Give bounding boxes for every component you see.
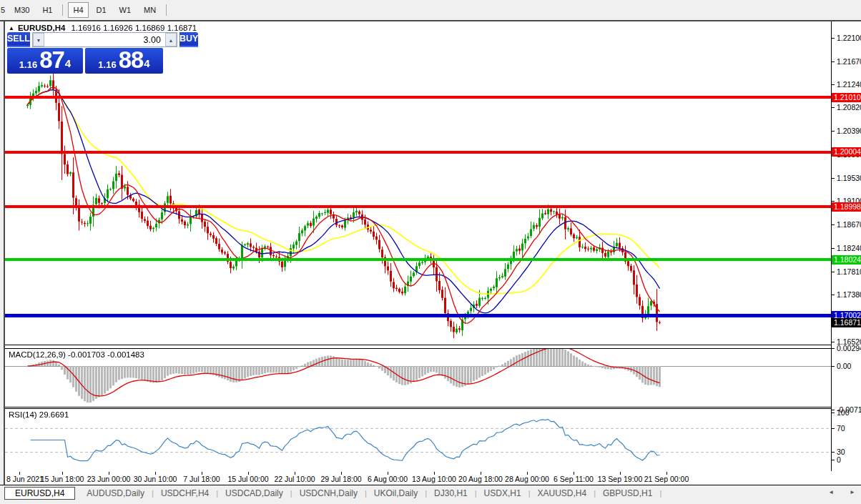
- axis-tick: [832, 272, 835, 272]
- tab-usdx[interactable]: USDX,H1: [477, 488, 528, 499]
- price-level-label: 1.20004: [832, 147, 861, 157]
- axis-tick: [832, 224, 835, 225]
- timeframe-button-w1[interactable]: W1: [114, 2, 137, 18]
- sell-button[interactable]: SELL: [7, 32, 30, 47]
- sell-big-figure: 1.16: [19, 59, 37, 70]
- axis-tick-label: 70: [837, 424, 845, 433]
- axis-tick: [832, 178, 835, 179]
- time-axis-label: 20 Aug 18:00: [458, 475, 503, 483]
- toolbar-separator: [62, 4, 63, 16]
- timeframe-button-5[interactable]: 5: [0, 2, 6, 18]
- axis-tick-label: 1.18240: [837, 244, 861, 252]
- axis-tick: [832, 366, 835, 367]
- timeframe-toolbar: 5M30H1H4D1W1MN: [0, 0, 861, 20]
- tab-usdcnh[interactable]: USDCNH,Daily: [292, 488, 365, 499]
- tab-xauusd[interactable]: XAUUSD,H4: [530, 488, 594, 499]
- tab-usdchf[interactable]: USDCHF,H4: [154, 488, 216, 499]
- timeframe-button-m30[interactable]: M30: [9, 2, 34, 18]
- axis-tick: [832, 61, 835, 62]
- axis-tick: [832, 412, 835, 413]
- axis-tick-label: 1.17810: [837, 267, 861, 276]
- axis-tick: [832, 460, 835, 460]
- axis-tick: [832, 131, 835, 132]
- buy-big-figure: 1.16: [98, 59, 116, 70]
- timeframe-button-mn[interactable]: MN: [139, 2, 161, 18]
- chart-symbol-period: EURUSD,H4: [18, 24, 65, 32]
- collapse-triangle-icon[interactable]: ▲: [9, 25, 14, 31]
- tab-usdcad[interactable]: USDCAD,Daily: [218, 488, 290, 499]
- tab-ukoil[interactable]: UKOil,Daily: [367, 488, 425, 499]
- tab-scroll-right-icon[interactable]: ►: [850, 488, 855, 498]
- one-click-trading-panel: SELL ▼ ▲ BUY 1.16874 1.16884: [7, 32, 163, 74]
- price-level-label: 1.21010: [832, 93, 861, 102]
- buy-button[interactable]: BUY: [179, 32, 198, 47]
- axis-tick-label: 1.19530: [837, 174, 861, 182]
- buy-pipette: 4: [144, 57, 149, 69]
- toolbar-separator: [166, 4, 167, 16]
- timeframe-button-d1[interactable]: D1: [92, 2, 112, 18]
- time-axis-label: 28 Aug 00:00: [505, 475, 549, 483]
- axis-tick: [832, 201, 835, 202]
- axis-tick-label: 1.22100: [837, 34, 861, 42]
- axis-tick-label: 0: [837, 455, 841, 464]
- axis-tick-label: 0.00: [837, 362, 851, 370]
- axis-tick-label: 100: [837, 408, 850, 417]
- time-axis-label: 30 Jun 10:00: [134, 475, 177, 483]
- time-axis-label: 21 Sep 00:00: [644, 475, 689, 483]
- sell-pips: 87: [39, 48, 64, 72]
- axis-tick: [832, 342, 835, 342]
- rsi-indicator-panel[interactable]: [5, 408, 831, 473]
- axis-tick-label: 1.17380: [837, 290, 861, 299]
- axis-tick-label: 1.21670: [837, 57, 861, 66]
- timeframe-button-h1[interactable]: H1: [37, 2, 57, 18]
- axis-tick-label: 0.002947: [837, 344, 861, 352]
- time-axis-label: 13 Sep 19:00: [598, 475, 642, 483]
- buy-pips: 88: [119, 48, 144, 72]
- macd-label: MACD(12,26,9) -0.001703 -0.001483: [9, 350, 144, 359]
- chart-title: ▲EURUSD,H41.16916 1.16926 1.16869 1.1687…: [9, 24, 197, 32]
- timeframe-button-h4[interactable]: H4: [68, 2, 88, 18]
- time-axis-label: 15 Jun 18:00: [41, 475, 84, 483]
- time-axis-label: 8 Jun 2021: [6, 475, 44, 483]
- spinner-up-icon: ▲: [168, 38, 173, 43]
- axis-tick: [832, 410, 835, 410]
- price-axis[interactable]: 1.221001.216701.212401.208201.203901.199…: [832, 0, 861, 504]
- rsi-label: RSI(14) 29.6691: [9, 410, 69, 419]
- sell-price-display[interactable]: 1.16874: [7, 48, 83, 74]
- time-axis-label: 23 Jun 00:00: [87, 475, 131, 483]
- chart-tabs-bar: EURUSD,H4AUDUSD,Daily|USDCHF,H4|USDCAD,D…: [0, 485, 861, 501]
- axis-tick: [832, 84, 835, 85]
- lot-size-input[interactable]: [44, 33, 165, 46]
- time-axis-label: 6 Aug 00:00: [368, 475, 408, 483]
- chart-ohlc-values: 1.16916 1.16926 1.16869 1.16871: [71, 24, 197, 32]
- axis-tick: [832, 348, 835, 349]
- tab-gbpusd[interactable]: GBPUSD,H1: [596, 488, 659, 499]
- axis-tick-label: 1.21240: [837, 80, 861, 89]
- axis-tick: [832, 452, 835, 453]
- tab-eurusd[interactable]: EURUSD,H4: [4, 487, 75, 500]
- time-axis[interactable]: 8 Jun 202115 Jun 18:0023 Jun 00:0030 Jun…: [5, 472, 831, 484]
- spinner-down-icon: ▼: [36, 38, 41, 43]
- lot-size-spinner: ▼ ▲: [32, 32, 177, 47]
- sell-pipette: 4: [65, 57, 71, 69]
- current-price-label: 1.16871: [832, 318, 861, 327]
- axis-tick: [832, 248, 835, 249]
- axis-tick-label: 1.20390: [837, 127, 861, 135]
- time-axis-label: 22 Jul 10:00: [274, 475, 315, 483]
- tab-audusd[interactable]: AUDUSD,Daily: [79, 488, 152, 499]
- time-axis-label: 13 Aug 10:00: [412, 475, 456, 483]
- buy-price-display[interactable]: 1.16884: [85, 48, 163, 74]
- price-level-label: 1.18998: [832, 202, 861, 212]
- lot-decrease-button[interactable]: ▼: [33, 33, 44, 46]
- time-axis-label: 15 Jul 00:00: [227, 475, 268, 483]
- axis-tick: [832, 38, 835, 39]
- axis-tick: [832, 107, 835, 108]
- tab-dj30[interactable]: DJ30,H1: [427, 488, 475, 499]
- price-level-label: 1.18024: [832, 255, 861, 265]
- lot-increase-button[interactable]: ▲: [165, 33, 177, 46]
- rsi-canvas[interactable]: [5, 409, 831, 470]
- tab-scroll-left-icon[interactable]: ◄: [828, 488, 834, 498]
- axis-tick: [832, 295, 835, 295]
- time-axis-label: 29 Jul 18:00: [320, 475, 361, 483]
- axis-tick-label: 1.20820: [837, 103, 861, 112]
